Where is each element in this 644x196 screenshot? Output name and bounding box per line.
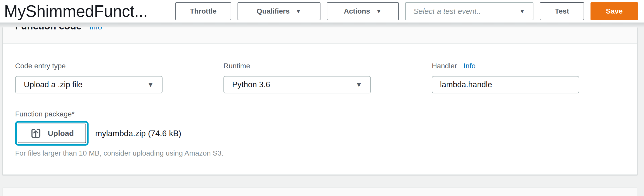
qualifiers-button-label: Qualifiers	[257, 7, 290, 15]
actions-dropdown-button[interactable]: Actions ▼	[327, 2, 399, 20]
chevron-down-icon: ▼	[147, 81, 154, 88]
throttle-button-label: Throttle	[190, 7, 217, 15]
code-entry-type-label: Code entry type	[15, 62, 163, 70]
function-name-title: MyShimmedFunct...	[4, 2, 148, 21]
panel-header: Function code Info	[3, 27, 637, 44]
handler-info-link[interactable]: Info	[464, 62, 476, 70]
upload-row: Upload mylambda.zip (74.6 kB)	[15, 121, 625, 146]
actions-button-label: Actions	[344, 7, 370, 15]
throttle-button[interactable]: Throttle	[175, 2, 231, 20]
action-buttons: Throttle Qualifiers ▼ Actions ▼ Select a…	[175, 2, 638, 20]
function-package-label: Function package*	[15, 110, 625, 118]
test-event-placeholder: Select a test event..	[413, 7, 481, 16]
panel-body: Code entry type Upload a .zip file ▼ Run…	[3, 44, 637, 157]
code-entry-type-field: Code entry type Upload a .zip file ▼	[15, 62, 163, 93]
save-button-label: Save	[606, 7, 622, 15]
next-panel-partial	[3, 188, 637, 196]
chevron-down-icon: ▼	[376, 8, 382, 14]
qualifiers-dropdown-button[interactable]: Qualifiers ▼	[238, 2, 320, 20]
save-button[interactable]: Save	[591, 2, 638, 20]
test-button[interactable]: Test	[540, 2, 584, 20]
handler-label: Handler	[432, 62, 457, 70]
runtime-select[interactable]: Python 3.6 ▼	[223, 76, 371, 93]
upload-button-label: Upload	[48, 129, 74, 138]
code-entry-type-select[interactable]: Upload a .zip file ▼	[15, 76, 163, 93]
panel-title: Function code	[15, 27, 82, 32]
chevron-down-icon: ▼	[519, 8, 525, 14]
runtime-value: Python 3.6	[232, 80, 270, 89]
upload-size-hint: For files larger than 10 MB, consider up…	[15, 149, 625, 157]
chevron-down-icon: ▼	[295, 8, 302, 14]
function-code-panel: Function code Info Code entry type Uploa…	[3, 27, 637, 175]
chevron-down-icon: ▼	[356, 81, 362, 88]
handler-input[interactable]	[432, 76, 579, 93]
function-action-bar: MyShimmedFunct... Throttle Qualifiers ▼ …	[0, 0, 644, 23]
test-event-select[interactable]: Select a test event.. ▼	[405, 2, 533, 20]
upload-button[interactable]: Upload	[18, 124, 86, 143]
function-code-info-link[interactable]: Info	[89, 27, 102, 31]
uploaded-file-info: mylambda.zip (74.6 kB)	[95, 129, 181, 138]
upload-icon	[30, 127, 42, 139]
handler-field: Handler Info	[432, 62, 579, 93]
test-button-label: Test	[555, 7, 569, 15]
upload-focus-ring: Upload	[15, 121, 89, 146]
runtime-label: Runtime	[223, 62, 371, 70]
code-entry-type-value: Upload a .zip file	[24, 80, 82, 89]
runtime-field: Runtime Python 3.6 ▼	[223, 62, 371, 93]
